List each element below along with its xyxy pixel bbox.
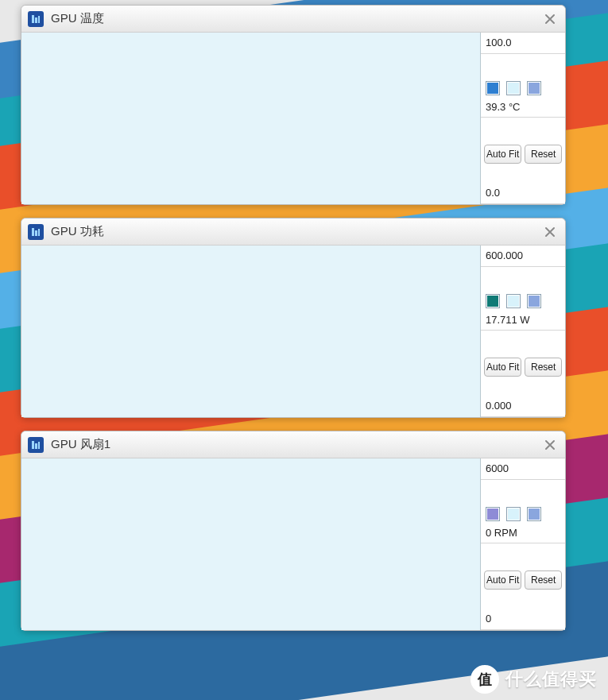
swatch-3[interactable] — [527, 81, 541, 95]
watermark: 值 什么值得买 — [471, 665, 597, 694]
reset-button[interactable]: Reset — [525, 145, 562, 164]
close-icon[interactable] — [541, 10, 559, 28]
chart-svg — [21, 246, 480, 417]
panel-gpu-power: GPU 功耗 600.000 17.711 W — [21, 218, 566, 418]
chart-sidebar: 600.000 17.711 W Auto Fit Reset 0.000 — [481, 246, 565, 417]
chart-svg — [21, 33, 480, 204]
close-icon[interactable] — [541, 223, 559, 241]
auto-fit-button[interactable]: Auto Fit — [484, 570, 521, 590]
current-value: 17.711 W — [481, 310, 565, 331]
panel-gpu-temp: GPU 温度 100.0 39.3 °C — [21, 5, 566, 205]
swatch-2[interactable] — [506, 81, 521, 95]
reset-button[interactable]: Reset — [525, 358, 562, 377]
series-swatches — [481, 291, 565, 310]
series-swatches — [481, 78, 565, 97]
panel-stack: GPU 温度 100.0 39.3 °C — [0, 0, 608, 700]
reset-button[interactable]: Reset — [525, 570, 562, 590]
titlebar[interactable]: GPU 功耗 — [21, 219, 565, 246]
swatch-3[interactable] — [527, 507, 541, 521]
panel-title: GPU 风扇1 — [51, 437, 541, 452]
app-icon — [28, 224, 44, 240]
titlebar[interactable]: GPU 温度 — [21, 6, 565, 33]
swatch-2[interactable] — [506, 507, 521, 521]
current-value: 0 RPM — [481, 523, 565, 544]
titlebar[interactable]: GPU 风扇1 — [21, 431, 565, 458]
swatch-3[interactable] — [527, 294, 541, 308]
y-min-label: 0.000 — [481, 396, 565, 417]
close-icon[interactable] — [541, 436, 559, 454]
panel-title: GPU 温度 — [51, 11, 541, 26]
y-max-label: 600.000 — [481, 246, 565, 267]
watermark-badge: 值 — [471, 665, 499, 694]
swatch-2[interactable] — [506, 294, 521, 308]
y-max-label: 6000 — [481, 458, 565, 480]
series-swatches — [481, 504, 565, 523]
app-icon — [28, 11, 44, 27]
panel-title: GPU 功耗 — [51, 224, 541, 239]
auto-fit-button[interactable]: Auto Fit — [484, 358, 521, 377]
auto-fit-button[interactable]: Auto Fit — [484, 145, 521, 164]
y-min-label: 0 — [481, 609, 565, 630]
watermark-text: 什么值得买 — [505, 667, 597, 691]
chart-sidebar: 6000 0 RPM Auto Fit Reset 0 — [481, 458, 565, 630]
chart-svg — [21, 458, 480, 630]
chart-area-power[interactable] — [21, 246, 481, 417]
chart-sidebar: 100.0 39.3 °C Auto Fit Reset 0.0 — [481, 33, 565, 204]
panel-gpu-fan: GPU 风扇1 6000 0 RPM — [21, 431, 566, 631]
y-min-label: 0.0 — [481, 183, 565, 204]
app-icon — [28, 437, 44, 453]
swatch-1[interactable] — [486, 507, 500, 521]
y-max-label: 100.0 — [481, 33, 565, 54]
current-value: 39.3 °C — [481, 97, 565, 118]
chart-area-temp[interactable] — [21, 33, 481, 204]
swatch-1[interactable] — [486, 294, 500, 308]
chart-area-fan[interactable] — [21, 458, 481, 630]
swatch-1[interactable] — [486, 81, 500, 95]
